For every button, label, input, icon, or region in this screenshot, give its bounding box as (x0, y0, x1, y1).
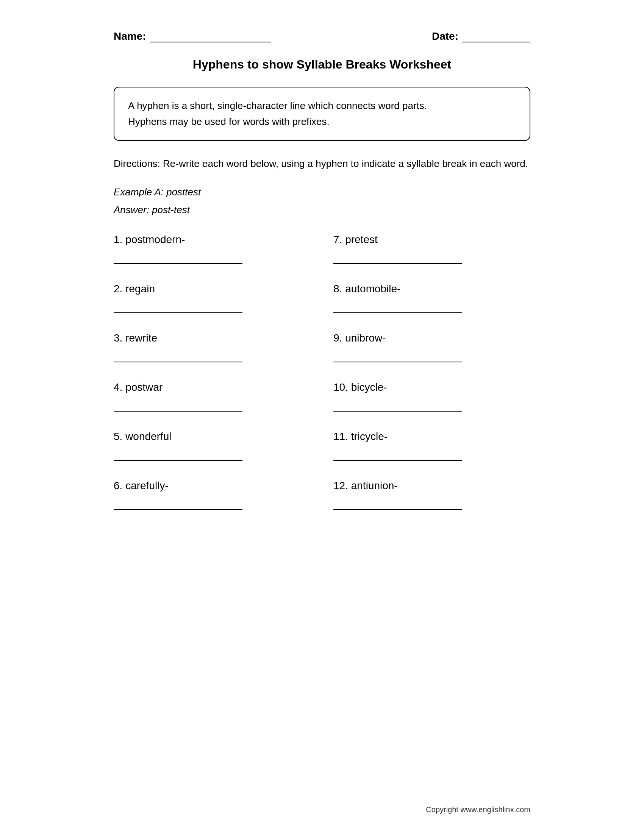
date-line[interactable] (462, 32, 530, 42)
date-label: Date: (432, 30, 458, 42)
answer-line[interactable] (333, 449, 462, 461)
answer-line[interactable] (114, 351, 242, 362)
exercise-word: 7. pretest (333, 234, 530, 246)
answer-line[interactable] (333, 351, 462, 362)
exercise-word: 3. rewrite (114, 332, 311, 344)
exercise-item: 5. wonderful (114, 431, 311, 461)
left-column: 1. postmodern-2. regain3. rewrite4. post… (114, 234, 311, 529)
answer-line[interactable] (333, 252, 462, 264)
exercise-item: 6. carefully- (114, 480, 311, 510)
example-line-1: Example A: posttest (114, 183, 530, 201)
info-line-2: Hyphens may be used for words with prefi… (128, 114, 516, 130)
answer-line[interactable] (114, 400, 242, 412)
answer-line[interactable] (333, 499, 462, 510)
name-field: Name: (114, 30, 271, 42)
exercise-item: 3. rewrite (114, 332, 311, 362)
copyright: Copyright www.englishlinx.com (426, 806, 530, 814)
answer-line[interactable] (333, 302, 462, 313)
exercise-item: 12. antiunion- (333, 480, 530, 510)
info-box: A hyphen is a short, single-character li… (114, 87, 530, 141)
exercise-word: 2. regain (114, 283, 311, 295)
exercise-item: 11. tricycle- (333, 431, 530, 461)
example-line-2: Answer: post-test (114, 201, 530, 219)
answer-line[interactable] (114, 302, 242, 313)
info-line-1: A hyphen is a short, single-character li… (128, 98, 516, 114)
exercise-item: 7. pretest (333, 234, 530, 264)
exercise-word: 5. wonderful (114, 431, 311, 442)
worksheet-page: Name: Date: Hyphens to show Syllable Bre… (76, 0, 568, 833)
header-row: Name: Date: (114, 30, 530, 42)
worksheet-title: Hyphens to show Syllable Breaks Workshee… (114, 58, 530, 72)
exercise-word: 4. postwar (114, 381, 311, 393)
exercise-item: 9. unibrow- (333, 332, 530, 362)
exercise-word: 6. carefully- (114, 480, 311, 492)
exercise-word: 9. unibrow- (333, 332, 530, 344)
answer-line[interactable] (114, 499, 242, 510)
example-block: Example A: posttest Answer: post-test (114, 183, 530, 219)
exercise-item: 8. automobile- (333, 283, 530, 313)
answer-line[interactable] (333, 400, 462, 412)
directions: Directions: Re-write each word below, us… (114, 156, 530, 172)
date-field: Date: (432, 30, 530, 42)
name-line[interactable] (150, 32, 271, 42)
exercise-word: 1. postmodern- (114, 234, 311, 246)
exercise-word: 10. bicycle- (333, 381, 530, 393)
exercise-word: 8. automobile- (333, 283, 530, 295)
exercise-item: 2. regain (114, 283, 311, 313)
exercise-word: 11. tricycle- (333, 431, 530, 442)
exercise-item: 4. postwar (114, 381, 311, 412)
exercise-item: 1. postmodern- (114, 234, 311, 264)
answer-line[interactable] (114, 449, 242, 461)
exercise-item: 10. bicycle- (333, 381, 530, 412)
name-label: Name: (114, 30, 146, 42)
exercise-word: 12. antiunion- (333, 480, 530, 492)
directions-text: Directions: Re-write each word below, us… (114, 158, 528, 169)
right-column: 7. pretest8. automobile-9. unibrow-10. b… (333, 234, 530, 529)
answer-line[interactable] (114, 252, 242, 264)
exercises-grid: 1. postmodern-2. regain3. rewrite4. post… (114, 234, 530, 529)
